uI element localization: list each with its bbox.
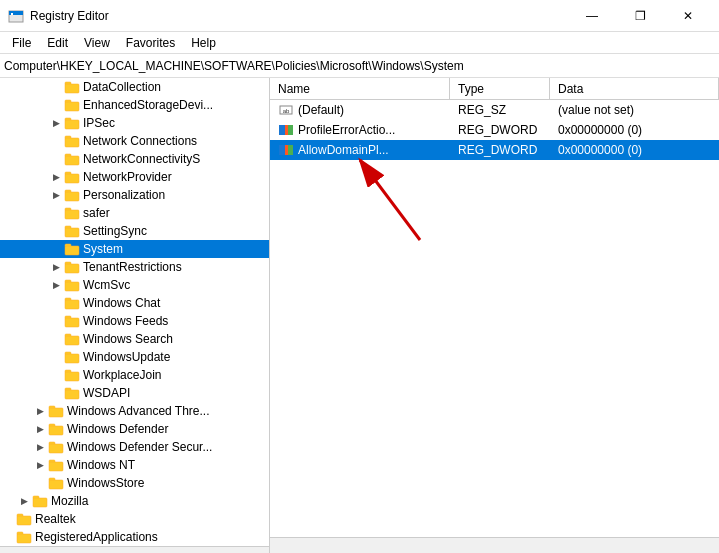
tree-label-settingsync: SettingSync [83,224,147,238]
expand-icon-wcmsvc[interactable]: ▶ [48,277,64,293]
tree-item-windowsstore[interactable]: WindowsStore [0,474,269,492]
reg-row-profileerror[interactable]: ProfileErrorActio...REG_DWORD0x00000000 … [270,120,719,140]
menu-file[interactable]: File [4,34,39,52]
close-button[interactable]: ✕ [665,4,711,28]
expand-icon-networkconnectivitys [48,151,64,167]
reg-data-default: (value not set) [550,101,719,119]
registry-body[interactable]: ab(Default)REG_SZ(value not set)ProfileE… [270,100,719,537]
tree-item-windowsdefender[interactable]: ▶Windows Defender [0,420,269,438]
tree-item-windowssearch[interactable]: Windows Search [0,330,269,348]
folder-icon-windowsstore [48,475,64,491]
tree-label-networkconnectivitys: NetworkConnectivityS [83,152,200,166]
reg-name-text-profileerror: ProfileErrorActio... [298,123,395,137]
svg-rect-30 [65,318,79,327]
expand-icon-system [48,241,64,257]
minimize-button[interactable]: — [569,4,615,28]
tree-item-tenantrestrictions[interactable]: ▶TenantRestrictions [0,258,269,276]
expand-icon-windowsnt[interactable]: ▶ [32,457,48,473]
tree-item-workplacejoin[interactable]: WorkplaceJoin [0,366,269,384]
expand-icon-networkconnections [48,133,64,149]
tree-label-enhancedstorage: EnhancedStorageDevi... [83,98,213,112]
menu-view[interactable]: View [76,34,118,52]
svg-rect-16 [65,192,79,201]
tree-item-system[interactable]: System [0,240,269,258]
reg-row-default[interactable]: ab(Default)REG_SZ(value not set) [270,100,719,120]
svg-rect-2 [11,13,13,15]
tree-label-windowsupdate: WindowsUpdate [83,350,170,364]
address-bar: Computer\HKEY_LOCAL_MACHINE\SOFTWARE\Pol… [0,54,719,78]
expand-icon-settingsync [48,223,64,239]
tree-item-registeredapplications[interactable]: RegisteredApplications [0,528,269,546]
expand-icon-windowsadvthr[interactable]: ▶ [32,403,48,419]
tree-item-datacollection[interactable]: DataCollection [0,78,269,96]
tree-item-personalization[interactable]: ▶Personalization [0,186,269,204]
tree-label-windowsdefendersecur: Windows Defender Secur... [67,440,212,454]
folder-icon-networkconnectivitys [64,151,80,167]
folder-icon-networkconnections [64,133,80,149]
tree-item-realtek[interactable]: Realtek [0,510,269,528]
svg-rect-48 [49,480,63,489]
svg-rect-40 [49,408,63,417]
tree-item-safer[interactable]: safer [0,204,269,222]
tree-item-windowsupdate[interactable]: WindowsUpdate [0,348,269,366]
menu-edit[interactable]: Edit [39,34,76,52]
title-text: Registry Editor [30,9,109,23]
expand-icon-mozilla[interactable]: ▶ [16,493,32,509]
reg-row-allowdomainpl[interactable]: AllowDomainPl...REG_DWORD0x00000000 (0) [270,140,719,160]
tree-item-settingsync[interactable]: SettingSync [0,222,269,240]
menu-help[interactable]: Help [183,34,224,52]
address-text: Computer\HKEY_LOCAL_MACHINE\SOFTWARE\Pol… [4,59,464,73]
folder-icon-windowsdefendersecur [48,439,64,455]
svg-rect-38 [65,390,79,399]
tree-item-windowsdefendersecur[interactable]: ▶Windows Defender Secur... [0,438,269,456]
col-header-type: Type [450,78,550,99]
svg-rect-52 [17,516,31,525]
folder-icon-windowsdefender [48,421,64,437]
title-bar: Registry Editor — ❐ ✕ [0,0,719,32]
expand-icon-tenantrestrictions[interactable]: ▶ [48,259,64,275]
folder-icon-wcmsvc [64,277,80,293]
maximize-button[interactable]: ❐ [617,4,663,28]
folder-icon-windowssearch [64,331,80,347]
tree-item-wcmsvc[interactable]: ▶WcmSvc [0,276,269,294]
tree-item-enhancedstorage[interactable]: EnhancedStorageDevi... [0,96,269,114]
svg-rect-50 [33,498,47,507]
bottom-scrollbar[interactable] [270,537,719,553]
tree-item-networkprovider[interactable]: ▶NetworkProvider [0,168,269,186]
svg-rect-12 [65,156,79,165]
tree-label-windowsstore: WindowsStore [67,476,144,490]
expand-icon-windowsstore [32,475,48,491]
tree-panel[interactable]: DataCollectionEnhancedStorageDevi...▶IPS… [0,78,270,553]
expand-icon-windowsdefender[interactable]: ▶ [32,421,48,437]
tree-item-windowsnt[interactable]: ▶Windows NT [0,456,269,474]
svg-rect-14 [65,174,79,183]
tree-item-networkconnections[interactable]: Network Connections [0,132,269,150]
tree-item-wsdapi[interactable]: WSDAPI [0,384,269,402]
tree-item-ipsec[interactable]: ▶IPSec [0,114,269,132]
tree-item-networkconnectivitys[interactable]: NetworkConnectivityS [0,150,269,168]
expand-icon-windowsdefendersecur[interactable]: ▶ [32,439,48,455]
tree-item-windowsfeeds[interactable]: Windows Feeds [0,312,269,330]
col-header-name: Name [270,78,450,99]
expand-icon-personalization[interactable]: ▶ [48,187,64,203]
tree-item-mozilla[interactable]: ▶Mozilla [0,492,269,510]
tree-label-windowsdefender: Windows Defender [67,422,168,436]
column-headers: Name Type Data [270,78,719,100]
reg-name-text-default: (Default) [298,103,344,117]
expand-icon-enhancedstorage [48,97,64,113]
menu-favorites[interactable]: Favorites [118,34,183,52]
folder-icon-settingsync [64,223,80,239]
folder-icon-wsdapi [64,385,80,401]
svg-rect-42 [49,426,63,435]
svg-rect-6 [65,102,79,111]
reg-type-profileerror: REG_DWORD [450,121,550,139]
tree-item-windowschat[interactable]: Windows Chat [0,294,269,312]
expand-icon-ipsec[interactable]: ▶ [48,115,64,131]
tree-label-ipsec: IPSec [83,116,115,130]
tree-hscrollbar[interactable] [0,546,269,553]
tree-item-windowsadvthr[interactable]: ▶Windows Advanced Thre... [0,402,269,420]
tree-label-mozilla: Mozilla [51,494,88,508]
folder-icon-enhancedstorage [64,97,80,113]
expand-icon-networkprovider[interactable]: ▶ [48,169,64,185]
folder-icon-ipsec [64,115,80,131]
